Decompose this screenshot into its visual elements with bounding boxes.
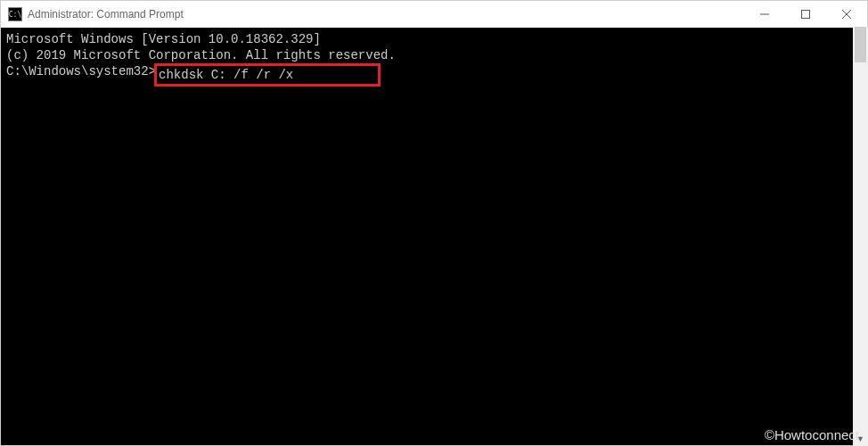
terminal-prompt-line: C:\Windows\system32>chkdsk C: /f /r /x: [6, 63, 862, 87]
command-prompt-window: C:\ Administrator: Command Prompt Micros…: [0, 0, 868, 446]
minimize-button[interactable]: [744, 1, 785, 28]
terminal[interactable]: Microsoft Windows [Version 10.0.18362.32…: [1, 28, 867, 445]
terminal-line-version: Microsoft Windows [Version 10.0.18362.32…: [6, 31, 862, 47]
titlebar[interactable]: C:\ Administrator: Command Prompt: [1, 1, 867, 28]
maximize-button[interactable]: [785, 1, 826, 28]
command-highlight: chkdsk C: /f /r /x: [154, 63, 381, 87]
scroll-thumb[interactable]: [855, 27, 866, 62]
terminal-prompt: C:\Windows\system32>: [6, 63, 156, 87]
app-icon: C:\: [8, 7, 22, 21]
terminal-command: chkdsk C: /f /r /x: [159, 68, 293, 82]
vertical-scrollbar[interactable]: ▲ ▼: [853, 27, 868, 446]
minimize-icon: [760, 10, 769, 19]
scroll-down-arrow-icon[interactable]: ▼: [853, 431, 868, 446]
close-button[interactable]: [826, 1, 867, 28]
close-icon: [842, 10, 851, 19]
maximize-icon: [801, 10, 810, 19]
window-title: Administrator: Command Prompt: [28, 8, 744, 21]
window-controls: [744, 1, 867, 28]
terminal-line-copyright: (c) 2019 Microsoft Corporation. All righ…: [6, 47, 862, 63]
svg-rect-1: [802, 11, 810, 19]
app-icon-text: C:\: [9, 11, 21, 19]
